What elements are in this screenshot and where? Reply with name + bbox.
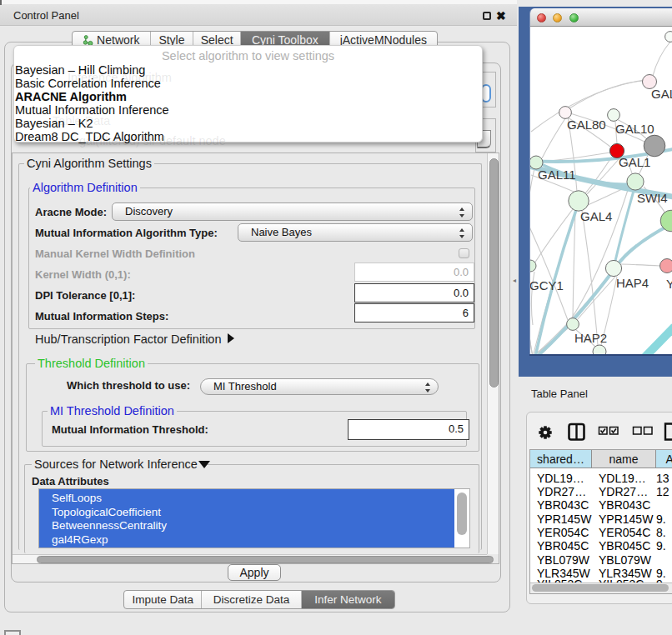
svg-text:GAL1: GAL1 [619,155,650,169]
svg-text:YJ: YJ [666,277,672,291]
svg-text:SWI4: SWI4 [637,191,668,205]
svg-text:GCY1: GCY1 [530,278,564,292]
svg-text:GAL11: GAL11 [538,168,576,182]
svg-text:GAL10: GAL10 [615,122,654,136]
svg-text:GAL7: GAL7 [651,87,672,101]
svg-text:HAP4: HAP4 [616,276,649,290]
svg-text:GAL80: GAL80 [567,118,606,132]
svg-text:HAP2: HAP2 [574,331,607,345]
svg-text:GAL4: GAL4 [580,209,612,223]
